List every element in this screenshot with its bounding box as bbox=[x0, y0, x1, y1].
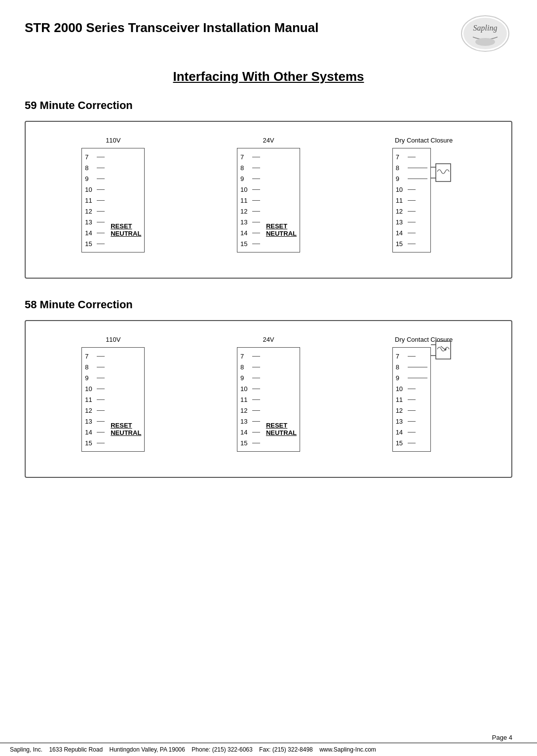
subsection1-title: 59 Minute Correction bbox=[25, 99, 512, 112]
page-number: Page 4 bbox=[492, 734, 512, 741]
logo: Sapling bbox=[458, 15, 512, 54]
subsection2-title: 58 Minute Correction bbox=[25, 298, 512, 311]
reset-label-110v-59: RESET bbox=[111, 222, 132, 230]
diagram-box-58: 110V 7 8 9 10 11 12 13 14 15 RESET NEUTR… bbox=[25, 320, 512, 478]
footer-website: www.Sapling-Inc.com bbox=[319, 746, 376, 753]
reset-label-24v-59: RESET bbox=[266, 222, 287, 230]
coil-symbol-59 bbox=[431, 162, 456, 183]
svg-text:Sapling: Sapling bbox=[473, 24, 498, 33]
footer-phone: Phone: (215) 322-6063 bbox=[192, 746, 252, 753]
diagram-110v-58: 110V 7 8 9 10 11 12 13 14 15 RESET NEUTR… bbox=[81, 336, 145, 452]
terminal-row-12: 12 bbox=[85, 206, 105, 216]
diagram-24v-58: 24V 7 8 9 10 11 12 13 14 15 RESET NEUTRA… bbox=[237, 336, 300, 452]
terminal-row-7: 7 bbox=[85, 151, 105, 162]
section-title: Interfacing With Other Systems bbox=[25, 69, 512, 84]
label-dry-59: Dry Contact Closure bbox=[395, 137, 453, 144]
label-24v-58: 24V bbox=[263, 336, 274, 343]
terminal-row-10: 10 bbox=[85, 184, 105, 195]
footer-text: Sapling, Inc. 1633 Republic Road Hunting… bbox=[10, 746, 376, 753]
terminal-row-15: 15 bbox=[85, 238, 105, 249]
label-110v-58: 110V bbox=[106, 336, 120, 343]
diagram-box-59: 110V 7 8 9 10 11 12 13 14 15 RESET NEUTR… bbox=[25, 121, 512, 279]
svg-rect-9 bbox=[436, 341, 451, 359]
svg-point-3 bbox=[475, 38, 495, 46]
neutral-label-24v-58: NEUTRAL bbox=[266, 429, 297, 436]
diagram-dry-59: Dry Contact Closure 7 8 9 10 11 12 13 14… bbox=[392, 137, 456, 252]
header: STR 2000 Series Transceiver Installation… bbox=[25, 15, 512, 54]
page-title: STR 2000 Series Transceiver Installation… bbox=[25, 15, 318, 36]
label-24v-59: 24V bbox=[263, 137, 274, 144]
diagrams-row-59: 110V 7 8 9 10 11 12 13 14 15 RESET NEUTR… bbox=[36, 137, 501, 252]
diagram-24v-59: 24V 7 8 9 10 11 12 13 14 15 RESET NEUTRA… bbox=[237, 137, 300, 252]
reset-label-110v-58: RESET bbox=[111, 422, 132, 429]
neutral-label-24v-59: NEUTRAL bbox=[266, 230, 297, 237]
terminal-row-8: 8 bbox=[85, 162, 105, 173]
neutral-label-110v-59: NEUTRAL bbox=[111, 230, 141, 237]
footer-bar: Sapling, Inc. 1633 Republic Road Hunting… bbox=[0, 743, 537, 756]
footer-address: 1633 Republic Road bbox=[49, 746, 103, 753]
label-110v-59: 110V bbox=[106, 137, 120, 144]
terminal-row-13: 13 bbox=[85, 216, 105, 227]
diagram-dry-58: Dry Contact Closure 7 8 9 10 11 12 13 14… bbox=[392, 336, 456, 452]
diagrams-row-58: 110V 7 8 9 10 11 12 13 14 15 RESET NEUTR… bbox=[36, 336, 501, 452]
footer-fax: Fax: (215) 322-8498 bbox=[259, 746, 313, 753]
terminal-row-14: 14 bbox=[85, 227, 105, 238]
terminal-row-11: 11 bbox=[85, 195, 105, 206]
footer-city: Huntingdon Valley, PA 19006 bbox=[109, 746, 185, 753]
page: STR 2000 Series Transceiver Installation… bbox=[0, 0, 537, 756]
coil-symbol-58 bbox=[431, 339, 456, 361]
footer-company: Sapling, Inc. bbox=[10, 746, 42, 753]
terminal-row-9: 9 bbox=[85, 173, 105, 184]
diagram-110v-59: 110V 7 8 9 10 11 12 13 14 15 RESET NEUTR… bbox=[81, 137, 145, 252]
neutral-label-110v-58: NEUTRAL bbox=[111, 429, 141, 436]
svg-rect-6 bbox=[436, 164, 451, 181]
reset-label-24v-58: RESET bbox=[266, 422, 287, 429]
